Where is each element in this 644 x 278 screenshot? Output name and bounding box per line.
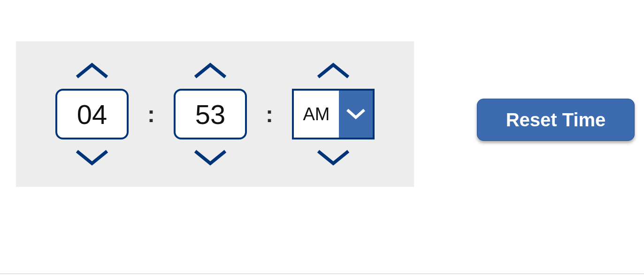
meridiem-column: AM	[292, 62, 375, 167]
hour-down-button[interactable]	[78, 148, 106, 167]
hour-input[interactable]: 04	[55, 89, 129, 139]
chevron-down-icon	[73, 147, 111, 167]
chevron-up-icon	[192, 61, 229, 81]
chevron-up-icon	[73, 61, 111, 81]
hour-column: 04	[55, 62, 129, 167]
meridiem-select[interactable]: AM	[292, 89, 375, 139]
minute-up-button[interactable]	[196, 62, 224, 80]
separator: :	[266, 101, 273, 127]
meridiem-label: AM	[294, 91, 339, 138]
chevron-down-icon	[345, 106, 367, 122]
divider	[0, 273, 644, 274]
meridiem-down-button[interactable]	[319, 148, 347, 167]
hour-up-button[interactable]	[78, 62, 106, 80]
chevron-down-icon	[314, 147, 352, 167]
minute-down-button[interactable]	[196, 148, 224, 167]
separator: :	[147, 101, 155, 127]
time-picker-panel: 04 : 53 : AM	[16, 41, 414, 187]
meridiem-up-button[interactable]	[319, 62, 347, 80]
minute-column: 53	[174, 62, 247, 167]
chevron-down-icon	[192, 147, 229, 167]
chevron-up-icon	[314, 61, 352, 81]
minute-input[interactable]: 53	[174, 89, 247, 139]
reset-time-button[interactable]: Reset Time	[477, 99, 635, 141]
meridiem-dropdown-toggle[interactable]	[339, 91, 373, 138]
